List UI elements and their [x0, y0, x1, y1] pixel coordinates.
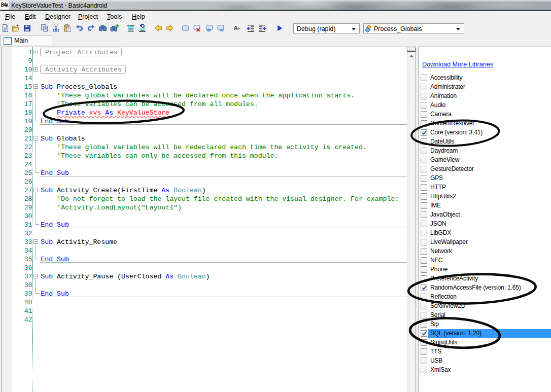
svg-text:A: A [233, 24, 238, 31]
